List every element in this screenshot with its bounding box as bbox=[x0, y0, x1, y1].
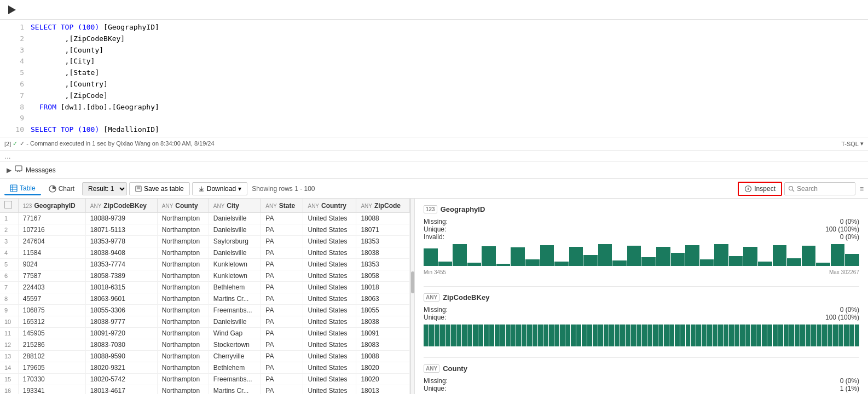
bar bbox=[773, 325, 778, 346]
stat-missing-label: Missing: bbox=[424, 218, 448, 225]
bar bbox=[482, 246, 496, 266]
stat-missing-label2: Missing: bbox=[424, 306, 448, 314]
table-cell: 9024 bbox=[18, 259, 85, 270]
table-cell: Kunkletown bbox=[209, 259, 261, 270]
col-header-geographyid[interactable]: 123GeographyID bbox=[18, 199, 85, 213]
scroll-indicator[interactable] bbox=[410, 199, 415, 394]
table-row: 1417960518020-9321NorthamptonBethlehemPA… bbox=[0, 362, 410, 374]
bar bbox=[554, 325, 559, 346]
bar bbox=[587, 325, 592, 346]
table-cell: PA bbox=[261, 374, 303, 385]
save-as-table-button[interactable]: Save as table bbox=[129, 182, 190, 195]
bar bbox=[756, 325, 761, 346]
bar bbox=[565, 325, 570, 346]
bar bbox=[538, 325, 543, 346]
table-tab[interactable]: Table bbox=[4, 182, 41, 195]
bar bbox=[811, 325, 816, 346]
collapse-icon[interactable]: ▶ bbox=[7, 166, 11, 174]
stat-invalid-label: Invalid: bbox=[424, 233, 444, 241]
table-cell: PA bbox=[261, 213, 303, 224]
search-box[interactable] bbox=[784, 182, 855, 195]
table-cell: 18353-9778 bbox=[85, 236, 157, 247]
messages-label: Messages bbox=[26, 166, 56, 174]
table-cell: 18020-5742 bbox=[85, 374, 157, 385]
type-badge-zipcodekey: ANY bbox=[424, 293, 439, 302]
field-section-zipcodekey: ANY ZipCodeBKey Missing: 0 (0%) Unique: … bbox=[424, 293, 859, 346]
filter-icon[interactable]: ≡ bbox=[860, 185, 864, 193]
ellipsis-row: ... bbox=[0, 150, 868, 161]
table-cell: 18091-9720 bbox=[85, 328, 157, 339]
table-cell: 16 bbox=[0, 385, 18, 395]
bar bbox=[642, 325, 647, 346]
bar bbox=[831, 244, 845, 266]
stat-missing-geographyid: Missing: 0 (0%) bbox=[424, 218, 859, 225]
table-row: 1114590518091-9720NorthamptonWind GapPAU… bbox=[0, 328, 410, 339]
results-table-area[interactable]: 123GeographyID ANYZipCodeBKey ANYCounty … bbox=[0, 199, 410, 394]
bar bbox=[714, 244, 728, 266]
result-selector[interactable]: Result: 1 bbox=[82, 182, 127, 195]
table-cell: 18055-3306 bbox=[85, 305, 157, 316]
table-cell: United States bbox=[303, 213, 356, 224]
bar bbox=[685, 245, 699, 266]
stat-invalid-geographyid: Invalid: 0 (0%) bbox=[424, 233, 859, 241]
bar bbox=[795, 325, 800, 346]
table-header-row: 123GeographyID ANYZipCodeBKey ANYCounty … bbox=[0, 199, 410, 213]
table-cell: 8 bbox=[0, 293, 18, 305]
save-table-label: Save as table bbox=[144, 185, 184, 193]
download-chevron[interactable]: ▾ bbox=[238, 185, 241, 193]
inspect-panel: 123 GeographyID Missing: 0 (0%) Unique: … bbox=[415, 199, 868, 394]
table-row: 84559718063-9601NorthamptonMartins Cr...… bbox=[0, 293, 410, 305]
table-cell: 13 bbox=[0, 351, 18, 362]
table-cell: Freemanbs... bbox=[209, 305, 261, 316]
table-cell: Danielsville bbox=[209, 247, 261, 259]
table-cell: PA bbox=[261, 259, 303, 270]
sql-editor[interactable]: 1SELECT TOP (100) [GeographyID] 2 ,[ZipC… bbox=[0, 20, 868, 137]
table-cell: United States bbox=[303, 259, 356, 270]
bar bbox=[598, 244, 612, 266]
run-button[interactable] bbox=[4, 2, 20, 18]
table-cell: Stockertown bbox=[209, 339, 261, 351]
bar bbox=[700, 259, 714, 266]
table-cell: United States bbox=[303, 385, 356, 395]
status-message: ✓ - Command executed in 1 sec by Qixiao … bbox=[20, 140, 214, 147]
bar bbox=[438, 262, 453, 266]
download-button[interactable]: Download ▾ bbox=[192, 182, 247, 195]
table-cell: 18018 bbox=[356, 282, 410, 293]
line-6: 6 ,[Country] bbox=[0, 79, 868, 90]
table-cell: Northampton bbox=[157, 339, 209, 351]
table-cell: Danielsville bbox=[209, 316, 261, 328]
bar bbox=[609, 325, 614, 346]
bar bbox=[671, 253, 685, 266]
col-header-zipcodekey[interactable]: ANYZipCodeBKey bbox=[85, 199, 157, 213]
table-cell: United States bbox=[303, 362, 356, 374]
table-cell: 18353 bbox=[356, 236, 410, 247]
table-cell: PA bbox=[261, 328, 303, 339]
col-header-country[interactable]: ANYCountry bbox=[303, 199, 356, 213]
table-cell: 18071-5113 bbox=[85, 224, 157, 236]
line-4: 4 ,[City] bbox=[0, 56, 868, 67]
field-name-geographyid: GeographyID bbox=[441, 205, 485, 213]
table-cell: Northampton bbox=[157, 259, 209, 270]
stat-unique-county: Unique: 1 (1%) bbox=[424, 385, 859, 392]
table-row: 67758718058-7389NorthamptonKunkletownPAU… bbox=[0, 270, 410, 282]
table-row: 324760418353-9778NorthamptonSaylorsburgP… bbox=[0, 236, 410, 247]
col-header-city[interactable]: ANYCity bbox=[209, 199, 261, 213]
stat-unique-value2: 100 (100%) bbox=[825, 314, 859, 321]
bar bbox=[724, 325, 728, 346]
bar bbox=[500, 325, 505, 346]
col-header-county[interactable]: ANYCounty bbox=[157, 199, 209, 213]
messages-header: ▶ Messages bbox=[0, 161, 868, 179]
bar bbox=[627, 246, 641, 266]
col-header-state[interactable]: ANYState bbox=[261, 199, 303, 213]
inspect-button[interactable]: Inspect bbox=[738, 182, 782, 196]
col-header-zipcode[interactable]: ANYZipCode bbox=[356, 199, 410, 213]
stat-unique-value: 100 (100%) bbox=[825, 225, 859, 233]
table-cell: Martins Cr... bbox=[209, 293, 261, 305]
chart-tab[interactable]: Chart bbox=[43, 183, 80, 195]
status-language[interactable]: T-SQL bbox=[841, 141, 859, 147]
bar bbox=[445, 325, 450, 346]
type-badge-geographyid: 123 bbox=[424, 205, 437, 213]
search-input[interactable] bbox=[797, 185, 852, 193]
table-cell: United States bbox=[303, 316, 356, 328]
bar bbox=[462, 325, 467, 346]
